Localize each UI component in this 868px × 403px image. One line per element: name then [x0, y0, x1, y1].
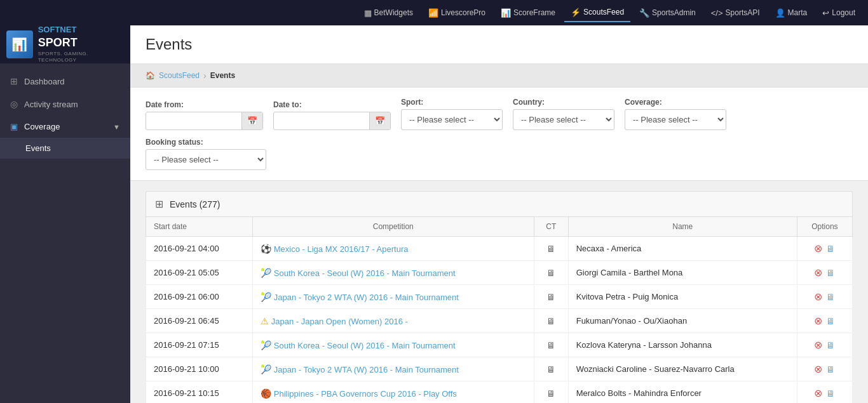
cell-competition: 🏀Philippines - PBA Governors Cup 2016 - … [252, 381, 534, 404]
remove-button[interactable]: ⊗ [814, 315, 822, 327]
breadcrumb-current: Events [210, 71, 235, 80]
cell-date: 2016-09-21 04:00 [146, 237, 253, 261]
remove-button[interactable]: ⊗ [814, 291, 822, 303]
date-from-calendar-button[interactable]: 📅 [241, 112, 262, 129]
tennis-icon: 🎾 [261, 364, 271, 374]
competition-link[interactable]: Philippines - PBA Governors Cup 2016 - P… [274, 389, 457, 399]
sportsapi-icon: </> [711, 8, 723, 18]
table-row: 2016-09-21 10:00 🎾Japan - Tokyo 2 WTA (W… [146, 357, 853, 381]
competition-link[interactable]: South Korea - Seoul (W) 2016 - Main Tour… [274, 341, 456, 350]
cell-name: Wozniacki Caroline - Suarez-Navarro Carl… [568, 357, 797, 381]
dashboard-icon: ⊞ [10, 76, 18, 86]
nav-livescorepro[interactable]: 📶 LivescorePro [422, 4, 492, 22]
cell-name: Kvitova Petra - Puig Monica [568, 285, 797, 309]
screen-button[interactable]: 🖥 [826, 388, 835, 399]
table-row: 2016-09-21 06:45 ⚠Japan - Japan Open (Wo… [146, 309, 853, 333]
screen-button[interactable]: 🖥 [826, 292, 835, 302]
livescorepro-icon: 📶 [428, 8, 438, 18]
nav-logout[interactable]: ↩ Logout [816, 4, 862, 22]
coverage-icon: ▣ [10, 122, 18, 131]
competition-link[interactable]: Japan - Tokyo 2 WTA (W) 2016 - Main Tour… [274, 293, 459, 302]
cell-name: Giorgi Camila - Barthel Mona [568, 261, 797, 285]
soccer-icon: ⚽ [261, 244, 271, 254]
sidebar-item-activity-stream[interactable]: ◎ Activity stream [0, 93, 130, 116]
coverage-label: Coverage: [625, 98, 726, 107]
scoutsfeed-icon: ⚡ [571, 8, 581, 17]
coverage-select[interactable]: -- Please select -- [625, 109, 726, 130]
screen-button[interactable]: 🖥 [826, 268, 835, 278]
col-start-date: Start date [146, 217, 253, 237]
home-icon: 🏠 [146, 71, 155, 80]
logout-icon: ↩ [822, 8, 829, 18]
cell-options: ⊗ 🖥 [797, 285, 852, 309]
screen-button[interactable]: 🖥 [826, 316, 835, 326]
breadcrumb-separator: › [203, 70, 207, 81]
remove-button[interactable]: ⊗ [814, 363, 822, 375]
warning-icon: ⚠ [261, 316, 269, 326]
cell-name: Meralco Bolts - Mahindra Enforcer [568, 381, 797, 404]
cell-ct: 🖥 [534, 333, 568, 357]
nav-scoutsfeed[interactable]: ⚡ ScoutsFeed [564, 4, 630, 22]
cell-competition: ⚽Mexico - Liga MX 2016/17 - Apertura [252, 237, 534, 261]
nav-betwidgets[interactable]: ▦ BetWidgets [358, 4, 419, 22]
nav-scoreframe[interactable]: 📊 ScoreFrame [494, 4, 562, 22]
sidebar-item-coverage[interactable]: ▣ Coverage ▼ [0, 116, 130, 138]
cell-ct: 🖥 [534, 357, 568, 381]
competition-link[interactable]: Mexico - Liga MX 2016/17 - Apertura [274, 244, 409, 254]
competition-link[interactable]: Japan - Tokyo 2 WTA (W) 2016 - Main Tour… [274, 365, 459, 374]
page-title: Events [146, 36, 853, 53]
date-to-label: Date to: [273, 100, 391, 109]
betwidgets-icon: ▦ [364, 8, 372, 18]
filter-group-coverage: Coverage: -- Please select -- [625, 98, 726, 130]
cell-competition: 🎾Japan - Tokyo 2 WTA (W) 2016 - Main Tou… [252, 285, 534, 309]
cell-competition: 🎾Japan - Tokyo 2 WTA (W) 2016 - Main Tou… [252, 357, 534, 381]
cell-date: 2016-09-21 10:00 [146, 357, 253, 381]
date-from-input[interactable] [146, 112, 241, 129]
country-select[interactable]: -- Please select -- [513, 109, 614, 130]
screen-button[interactable]: 🖥 [826, 364, 835, 374]
nav-user[interactable]: 👤 Marta [769, 4, 814, 22]
sidebar-logo: 📊 SOFTNET SPORT SPORTS. GAMING. TECHNOLO… [0, 25, 130, 63]
breadcrumb-parent[interactable]: ScoutsFeed [159, 71, 200, 80]
booking-status-select[interactable]: -- Please select -- [146, 149, 266, 170]
cell-ct: 🖥 [534, 237, 568, 261]
filter-group-date-from: Date from: 📅 [146, 100, 263, 130]
screen-button[interactable]: 🖥 [826, 244, 835, 254]
competition-link[interactable]: Japan - Japan Open (Women) 2016 - [271, 317, 408, 326]
remove-button[interactable]: ⊗ [814, 267, 822, 279]
tennis-icon: 🎾 [261, 292, 271, 302]
remove-button[interactable]: ⊗ [814, 387, 822, 399]
cell-date: 2016-09-21 05:05 [146, 261, 253, 285]
remove-button[interactable]: ⊗ [814, 339, 822, 351]
sport-select[interactable]: -- Please select -- [401, 109, 503, 130]
activity-stream-icon: ◎ [10, 99, 18, 109]
screen-button[interactable]: 🖥 [826, 340, 835, 350]
country-label: Country: [513, 98, 614, 107]
table-header: ⊞ Events (277) [146, 191, 853, 216]
cell-date: 2016-09-21 06:45 [146, 309, 253, 333]
breadcrumb: 🏠 ScoutsFeed › Events [130, 64, 868, 88]
cell-date: 2016-09-21 06:00 [146, 285, 253, 309]
competition-link[interactable]: South Korea - Seoul (W) 2016 - Main Tour… [274, 268, 456, 278]
table-row: 2016-09-21 04:00 ⚽Mexico - Liga MX 2016/… [146, 237, 853, 261]
col-ct: CT [534, 217, 568, 237]
table-row: 2016-09-21 10:15 🏀Philippines - PBA Gove… [146, 381, 853, 404]
date-to-calendar-button[interactable]: 📅 [369, 112, 390, 129]
cell-name: Fukuman/Yonao - Ou/Xiaohan [568, 309, 797, 333]
nav-sportsapi[interactable]: </> SportsAPI [705, 4, 766, 22]
filters-row-1: Date from: 📅 Date to: 📅 Sport: [146, 98, 853, 130]
cell-options: ⊗ 🖥 [797, 357, 852, 381]
basketball-icon: 🏀 [261, 388, 271, 399]
date-to-input[interactable] [274, 112, 369, 129]
logo-text: SOFTNET SPORT SPORTS. GAMING. TECHNOLOGY [38, 25, 124, 63]
nav-sportsadmin[interactable]: 🔧 SportsAdmin [633, 4, 702, 22]
cell-name: Necaxa - America [568, 237, 797, 261]
cell-options: ⊗ 🖥 [797, 237, 852, 261]
cell-options: ⊗ 🖥 [797, 309, 852, 333]
grid-icon: ⊞ [155, 198, 163, 210]
sidebar-item-dashboard[interactable]: ⊞ Dashboard [0, 70, 130, 93]
remove-button[interactable]: ⊗ [814, 242, 822, 254]
date-from-label: Date from: [146, 100, 263, 109]
chevron-down-icon: ▼ [113, 123, 120, 131]
sidebar-item-events[interactable]: Events [0, 138, 130, 159]
